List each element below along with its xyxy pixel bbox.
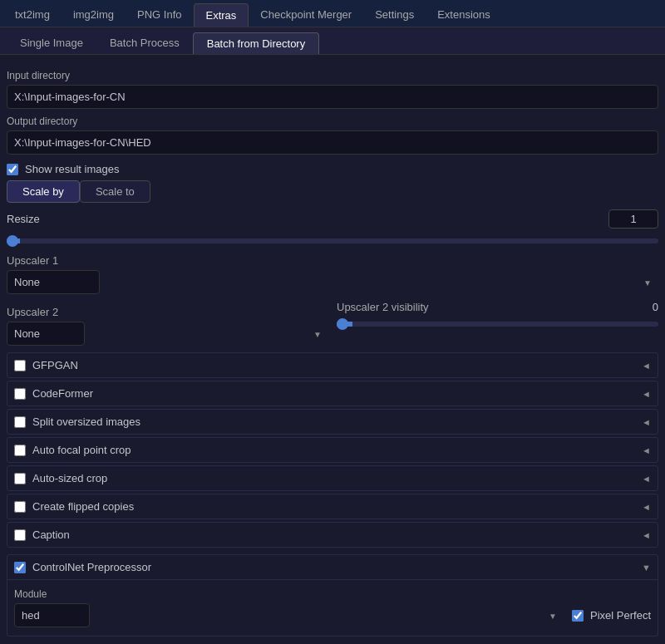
- resize-slider[interactable]: [7, 238, 658, 243]
- visibility-slider-container: [337, 317, 658, 329]
- collapsibles-list: GFPGAN◄CodeFormer◄Split oversized images…: [7, 352, 658, 548]
- collapsible-item-gfpgan[interactable]: GFPGAN◄: [7, 352, 658, 378]
- module-label: Module: [14, 588, 564, 600]
- sub-navigation: Single Image Batch Process Batch from Di…: [0, 27, 665, 55]
- show-result-row: Show result images: [7, 163, 658, 175]
- tab-txt2img[interactable]: txt2img: [3, 3, 62, 27]
- show-result-checkbox[interactable]: [7, 164, 18, 175]
- collapsible-checkbox-codeformer[interactable]: [14, 388, 26, 400]
- visibility-slider[interactable]: [337, 322, 658, 327]
- upscaler2-row: Upscaler 2 None Lanczos Nearest ESRGAN_4…: [7, 301, 658, 346]
- resize-slider-container: [7, 234, 658, 246]
- controlnet-checkbox[interactable]: [14, 562, 26, 573]
- main-content: Input directory Output directory Show re…: [0, 55, 665, 644]
- collapsible-checkbox-autosized[interactable]: [14, 473, 26, 484]
- tab-settings[interactable]: Settings: [363, 3, 426, 27]
- upscaler1-label: Upscaler 1: [7, 254, 658, 267]
- controlnet-section: ControlNet Preprocessor ▼ Module none he…: [7, 554, 658, 637]
- tab-extras[interactable]: Extras: [194, 3, 249, 27]
- pixel-perfect-checkbox[interactable]: [572, 610, 584, 622]
- collapsible-checkbox-flipped[interactable]: [14, 501, 26, 513]
- module-row: Module none hed depth openpose canny mls…: [14, 588, 651, 627]
- collapsible-checkbox-caption[interactable]: [14, 529, 26, 541]
- collapsible-checkbox-autofocal[interactable]: [14, 445, 26, 456]
- scale-tabs: Scale by Scale to: [7, 180, 658, 203]
- module-dropdown[interactable]: none hed depth openpose canny mlsd norma…: [14, 603, 90, 627]
- collapsible-item-codeformer[interactable]: CodeFormer◄: [7, 381, 658, 406]
- collapsible-checkbox-gfpgan[interactable]: [14, 360, 26, 371]
- tab-extensions[interactable]: Extensions: [426, 3, 502, 27]
- controlnet-header[interactable]: ControlNet Preprocessor ▼: [7, 554, 658, 580]
- collapsible-arrow-autosized: ◄: [642, 474, 651, 484]
- collapsible-item-split[interactable]: Split oversized images◄: [7, 409, 658, 435]
- collapsible-arrow-flipped: ◄: [642, 502, 651, 512]
- resize-value-input[interactable]: [608, 209, 658, 229]
- collapsible-arrow-caption: ◄: [642, 530, 651, 540]
- controlnet-collapse-icon: ▼: [642, 563, 651, 573]
- controlnet-body: Module none hed depth openpose canny mls…: [7, 580, 658, 637]
- input-directory-field[interactable]: [7, 85, 658, 109]
- visibility-row: Upscaler 2 visibility 0: [337, 301, 658, 313]
- module-dropdown-wrap: none hed depth openpose canny mlsd norma…: [14, 603, 564, 627]
- resize-label: Resize: [7, 213, 600, 225]
- collapsible-label-gfpgan: GFPGAN: [32, 359, 642, 371]
- controlnet-label: ControlNet Preprocessor: [32, 561, 151, 573]
- output-directory-label: Output directory: [7, 116, 658, 127]
- collapsible-item-caption[interactable]: Caption◄: [7, 522, 658, 548]
- scale-to-tab[interactable]: Scale to: [80, 180, 150, 203]
- collapsible-item-flipped[interactable]: Create flipped copies◄: [7, 494, 658, 519]
- scale-by-tab[interactable]: Scale by: [7, 180, 80, 203]
- collapsible-label-codeformer: CodeFormer: [32, 387, 642, 400]
- tab-pnginfo[interactable]: PNG Info: [126, 3, 193, 27]
- pixel-perfect-row: Pixel Perfect: [572, 594, 651, 622]
- upscaler2-left: Upscaler 2 None Lanczos Nearest ESRGAN_4…: [7, 301, 328, 346]
- top-navigation: txt2img img2img PNG Info Extras Checkpoi…: [0, 0, 665, 27]
- upscaler1-dropdown[interactable]: None Lanczos Nearest ESRGAN_4x LDSR R-ES…: [7, 270, 100, 294]
- resize-row: Resize: [7, 209, 658, 229]
- visibility-value: 0: [653, 301, 658, 313]
- tab-batch-process[interactable]: Batch Process: [96, 32, 193, 54]
- collapsible-arrow-split: ◄: [642, 417, 651, 427]
- upscaler2-label: Upscaler 2: [7, 306, 328, 318]
- collapsible-label-flipped: Create flipped copies: [32, 500, 642, 513]
- collapsible-label-split: Split oversized images: [32, 415, 642, 428]
- pixel-perfect-label: Pixel Perfect: [590, 609, 651, 622]
- collapsible-label-caption: Caption: [32, 528, 642, 541]
- upscaler2-dropdown[interactable]: None Lanczos Nearest ESRGAN_4x LDSR: [7, 322, 85, 346]
- upscaler1-dropdown-wrap: None Lanczos Nearest ESRGAN_4x LDSR R-ES…: [7, 270, 658, 294]
- collapsible-item-autosized[interactable]: Auto-sized crop◄: [7, 465, 658, 491]
- show-result-label: Show result images: [25, 163, 119, 175]
- collapsible-item-autofocal[interactable]: Auto focal point crop◄: [7, 437, 658, 463]
- collapsible-checkbox-split[interactable]: [14, 416, 26, 428]
- collapsible-label-autofocal: Auto focal point crop: [32, 444, 642, 456]
- tab-single-image[interactable]: Single Image: [7, 32, 96, 54]
- output-directory-field[interactable]: [7, 130, 658, 155]
- visibility-label: Upscaler 2 visibility: [337, 301, 429, 313]
- collapsible-arrow-autofocal: ◄: [642, 445, 651, 455]
- tab-batch-from-directory[interactable]: Batch from Directory: [193, 32, 319, 54]
- collapsible-arrow-codeformer: ◄: [642, 389, 651, 399]
- tab-img2img[interactable]: img2img: [62, 3, 126, 27]
- upscaler2-right: Upscaler 2 visibility 0: [337, 301, 658, 337]
- module-left: Module none hed depth openpose canny mls…: [14, 588, 564, 627]
- tab-checkpoint[interactable]: Checkpoint Merger: [249, 3, 363, 27]
- collapsible-label-autosized: Auto-sized crop: [32, 472, 642, 484]
- input-directory-label: Input directory: [7, 70, 658, 81]
- collapsible-arrow-gfpgan: ◄: [642, 361, 651, 371]
- upscaler2-dropdown-wrap: None Lanczos Nearest ESRGAN_4x LDSR: [7, 322, 328, 346]
